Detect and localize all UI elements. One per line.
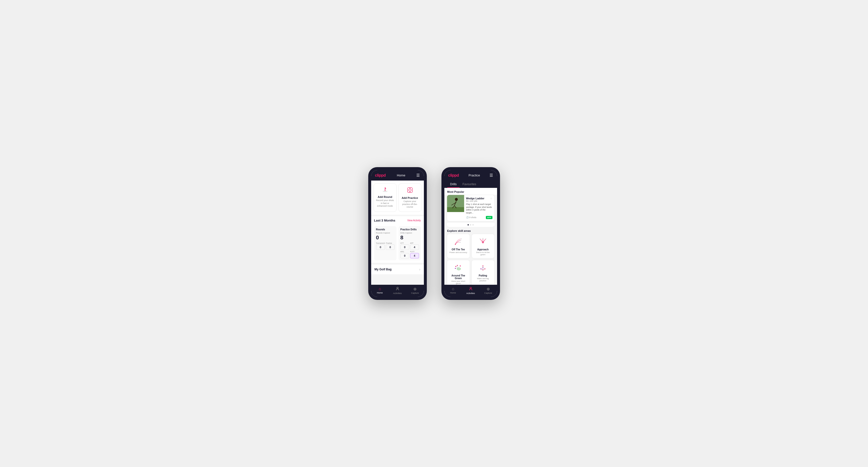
ott-col: OTT 0 <box>400 242 409 250</box>
golf-bag-label: My Golf Bag <box>375 268 392 271</box>
app-label: APP <box>410 242 419 244</box>
app-badge: APP <box>486 216 492 219</box>
skill-grid: Off The Tee Power and accuracy <box>444 234 497 285</box>
stats-card: Rounds Rounds Capture 0 Tournament 0 Pra… <box>371 224 424 263</box>
clock-icon: 🕐 <box>466 216 469 219</box>
app-col: APP 4 <box>410 242 419 250</box>
most-popular-label: Most Popular <box>444 188 497 195</box>
skill-card-atg[interactable]: Around The Green Hone your short game <box>447 260 470 285</box>
atg-icon-area <box>450 262 467 273</box>
svg-point-38 <box>470 287 471 289</box>
ott-value: 0 <box>400 245 409 250</box>
drill-title-row: Wedge Ladder 50–100 yds ☆ <box>466 197 492 202</box>
tabs-bar: Drills Favourites <box>444 181 497 188</box>
add-practice-icon <box>401 187 419 195</box>
nav-capture-label: Capture <box>406 292 424 294</box>
nav-capture-2[interactable]: ⊕ Capture <box>479 287 497 294</box>
approach-name: Approach <box>474 248 492 251</box>
approach-desc: Dial-in to hit the green <box>474 251 492 256</box>
hamburger-icon-2[interactable]: ☰ <box>490 173 493 178</box>
tab-drills[interactable]: Drills <box>447 181 460 188</box>
hamburger-icon[interactable]: ☰ <box>416 173 420 178</box>
putting-icon-area <box>474 262 492 273</box>
svg-point-10 <box>455 198 458 201</box>
add-round-desc: Record your shots in fast or enhanced mo… <box>376 199 394 208</box>
off-the-tee-icon-area <box>450 237 467 247</box>
nav-capture[interactable]: ⊕ Capture <box>406 287 424 294</box>
nav-activities-2[interactable]: Activities <box>462 287 479 294</box>
rounds-col: Rounds Rounds Capture 0 Tournament 0 Pra… <box>374 226 397 260</box>
svg-line-21 <box>480 239 483 242</box>
drill-card[interactable]: Wedge Ladder 50–100 yds ☆ Play 1 shot at… <box>447 195 495 221</box>
putting-desc: Make and lag practice <box>474 277 492 282</box>
tournament-value: 0 <box>376 245 385 250</box>
drills-total: 8 <box>400 235 419 241</box>
tournament-label: Tournament <box>376 242 385 244</box>
drill-card-image <box>447 195 464 212</box>
header-title: Home <box>397 174 405 177</box>
phone-home: clippd Home ☰ Add Round Record your <box>368 167 427 300</box>
drills-sub-row-2: ARG 0 PUTT 4 <box>400 251 419 258</box>
atg-desc: Hone your short game <box>450 280 467 284</box>
rounds-sub-row: Tournament 0 Practice 0 <box>376 242 395 250</box>
drill-title: Wedge Ladder <box>466 197 485 200</box>
practice-col: Practice 0 <box>386 242 394 250</box>
view-activity-link[interactable]: View Activity <box>407 219 421 222</box>
shots-text: 9 shots <box>469 216 476 219</box>
phone-practice: clippd Practice ☰ Drills Favourites Most… <box>441 167 500 300</box>
last3months-header: Last 3 Months View Activity <box>371 216 424 224</box>
app-logo-2: clippd <box>448 173 459 178</box>
app-header-practice: clippd Practice ☰ <box>444 170 497 181</box>
ott-label: OTT <box>400 242 409 244</box>
bottom-nav-practice: ⌂ Home Activities ⊕ Capture <box>444 285 497 297</box>
chevron-right-icon: › <box>419 268 421 271</box>
drill-desc: Play 1 shot at each target yardage. If y… <box>466 203 492 215</box>
drills-sub-row: OTT 0 APP 4 <box>400 242 419 250</box>
activities-icon <box>389 287 406 291</box>
approach-icon-area <box>474 237 492 247</box>
skill-card-off-the-tee[interactable]: Off The Tee Power and accuracy <box>447 234 470 258</box>
svg-point-18 <box>460 240 461 241</box>
svg-point-32 <box>455 268 456 269</box>
atg-name: Around The Green <box>450 274 467 280</box>
svg-point-31 <box>460 266 461 267</box>
last3months-label: Last 3 Months <box>374 219 395 222</box>
svg-line-23 <box>484 239 486 242</box>
skill-card-putting[interactable]: Putting Make and lag practice <box>471 260 495 285</box>
off-the-tee-name: Off The Tee <box>450 248 467 251</box>
nav-home[interactable]: ⌂ Home <box>371 287 389 294</box>
svg-point-26 <box>485 238 486 239</box>
arg-label: ARG <box>400 251 409 252</box>
golf-bag-row[interactable]: My Golf Bag › <box>371 264 424 274</box>
nav-home-label-2: Home <box>444 291 462 294</box>
capture-icon-2: ⊕ <box>479 287 497 291</box>
add-round-icon <box>376 187 394 194</box>
practice-content: Most Popular <box>444 188 497 285</box>
arg-col: ARG 0 <box>400 251 409 258</box>
carousel-dots <box>447 223 495 227</box>
skill-card-approach[interactable]: Approach Dial-in to hit the green <box>471 234 495 258</box>
home-icon: ⌂ <box>371 287 389 291</box>
star-icon[interactable]: ☆ <box>490 197 492 200</box>
dot-3 <box>472 224 474 225</box>
nav-capture-label-2: Capture <box>479 292 497 294</box>
add-practice-card[interactable]: Add Practice Capture your practice off-t… <box>399 184 422 212</box>
app-header-home: clippd Home ☰ <box>371 170 424 181</box>
add-round-title: Add Round <box>376 195 394 198</box>
capture-icon: ⊕ <box>406 287 424 291</box>
rounds-capture-label: Rounds Capture <box>376 232 395 234</box>
stats-row: Rounds Rounds Capture 0 Tournament 0 Pra… <box>374 226 421 260</box>
nav-activities[interactable]: Activities <box>389 287 406 294</box>
svg-point-25 <box>483 238 484 239</box>
tab-favourites[interactable]: Favourites <box>460 181 479 188</box>
header-title-2: Practice <box>468 174 480 177</box>
arg-value: 0 <box>400 253 409 258</box>
dot-1 <box>468 224 469 225</box>
nav-activities-label: Activities <box>389 292 406 294</box>
add-round-card[interactable]: Add Round Record your shots in fast or e… <box>374 184 397 212</box>
home-content: Add Round Record your shots in fast or e… <box>371 181 424 285</box>
drill-card-body: Wedge Ladder 50–100 yds ☆ Play 1 shot at… <box>464 195 494 221</box>
nav-home-2[interactable]: ⌂ Home <box>444 287 462 294</box>
tournament-col: Tournament 0 <box>376 242 385 250</box>
explore-label: Explore skill areas <box>444 227 497 234</box>
